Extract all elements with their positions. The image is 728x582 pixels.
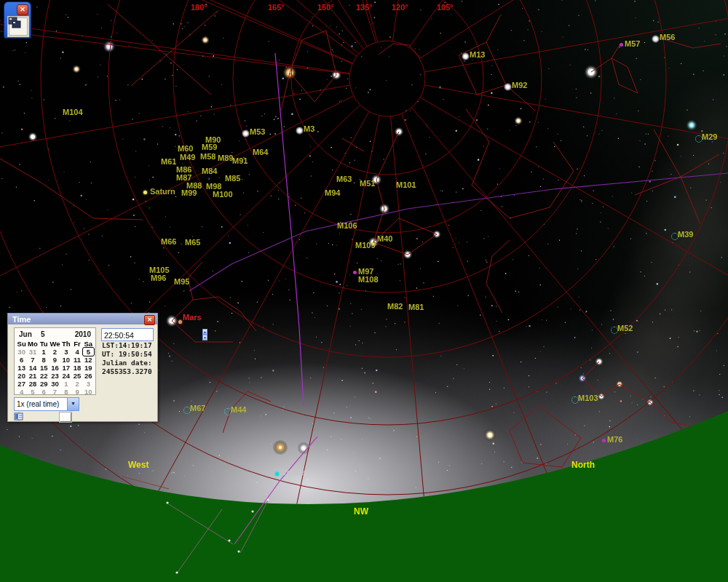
- calendar-date-cell[interactable]: 29: [39, 380, 50, 388]
- object-label-m106[interactable]: M106: [337, 221, 357, 230]
- object-label-m61[interactable]: M61: [161, 157, 176, 166]
- calendar-date-cell[interactable]: 9: [71, 388, 82, 396]
- calendar-date-cell[interactable]: 7: [50, 388, 60, 396]
- calendar-date-cell[interactable]: 10: [60, 356, 71, 364]
- calendar-date-cell[interactable]: 31: [27, 348, 38, 356]
- time-spinner[interactable]: ▲ ▼: [101, 328, 154, 341]
- planet-label-saturn[interactable]: Saturn: [150, 187, 175, 196]
- calendar-date-cell[interactable]: 24: [60, 372, 71, 380]
- object-label-m51[interactable]: M51: [360, 179, 375, 188]
- object-label-m56[interactable]: M56: [660, 33, 675, 41]
- object-label-m57[interactable]: M57: [625, 39, 640, 48]
- object-label-m104[interactable]: M104: [63, 108, 83, 116]
- object-label-m94[interactable]: M94: [325, 188, 340, 197]
- object-label-m76[interactable]: M76: [607, 435, 622, 444]
- object-label-m82[interactable]: M82: [387, 302, 403, 311]
- stop-button[interactable]: [60, 412, 71, 422]
- calendar-date-cell[interactable]: 6: [16, 356, 27, 364]
- calendar-date-cell[interactable]: 21: [27, 372, 38, 380]
- calendar-date-cell[interactable]: 27: [16, 380, 27, 388]
- object-label-m92[interactable]: M92: [512, 81, 527, 89]
- object-label-m58[interactable]: M58: [200, 152, 215, 161]
- calendar-date-cell[interactable]: 5: [83, 348, 94, 356]
- time-dialog[interactable]: Time ✕ Jun 5 2010 SuMoTuWeThFrSa30311234…: [7, 313, 158, 422]
- object-label-m66[interactable]: M66: [161, 237, 176, 246]
- panel-button[interactable]: [149, 413, 161, 422]
- calendar-date-cell[interactable]: 1: [60, 380, 71, 388]
- object-label-m81[interactable]: M81: [408, 303, 424, 311]
- calendar-month[interactable]: Jun: [19, 330, 41, 338]
- object-label-m40[interactable]: M40: [377, 234, 392, 243]
- object-label-m63[interactable]: M63: [336, 175, 352, 183]
- calendar-date-cell[interactable]: 3: [60, 348, 71, 356]
- calendar-date-cell[interactable]: 30: [50, 380, 60, 388]
- calendar-date-cell[interactable]: 8: [60, 388, 71, 396]
- object-label-m67[interactable]: M67: [190, 404, 205, 412]
- calendar-date-cell[interactable]: 20: [16, 372, 27, 380]
- calendar-date-cell[interactable]: 2: [50, 348, 60, 356]
- calendar-date-cell[interactable]: 11: [71, 356, 82, 364]
- calendar-date-cell[interactable]: 17: [60, 364, 71, 372]
- toolbar-icon-button[interactable]: [9, 17, 28, 36]
- object-label-m96[interactable]: M96: [151, 274, 166, 282]
- calendar-date-cell[interactable]: 19: [83, 364, 94, 372]
- calendar-date-cell[interactable]: 14: [27, 364, 38, 372]
- object-label-m44[interactable]: M44: [231, 405, 246, 414]
- object-label-m103[interactable]: M103: [578, 394, 598, 402]
- calendar-date-cell[interactable]: 18: [71, 364, 82, 372]
- time-spin-down-button[interactable]: ▼: [202, 335, 207, 340]
- object-label-m59[interactable]: M59: [202, 143, 217, 151]
- calendar-date-cell[interactable]: 28: [27, 380, 38, 388]
- calendar-date-cell[interactable]: 1: [39, 348, 50, 356]
- object-label-m109[interactable]: M109: [355, 241, 376, 250]
- calendar-date-cell[interactable]: 15: [39, 364, 50, 372]
- time-dialog-titlebar[interactable]: Time: [8, 314, 157, 324]
- calendar-date-cell[interactable]: 23: [50, 372, 60, 380]
- chevron-down-icon[interactable]: ▼: [67, 398, 79, 410]
- calendar-date-cell[interactable]: 4: [71, 348, 82, 356]
- calendar-date-cell[interactable]: 9: [50, 356, 60, 364]
- calendar-year[interactable]: 2010: [66, 330, 91, 338]
- set-now-button[interactable]: [112, 413, 124, 422]
- calendar-date-cell[interactable]: 26: [83, 372, 94, 380]
- object-label-m84[interactable]: M84: [202, 167, 217, 175]
- object-label-m60[interactable]: M60: [178, 144, 193, 153]
- rewind-button[interactable]: [29, 413, 41, 422]
- object-label-m89[interactable]: M89: [218, 154, 233, 162]
- calendar[interactable]: Jun 5 2010 SuMoTuWeThFrSa303112345678910…: [14, 327, 96, 395]
- object-label-m85[interactable]: M85: [225, 174, 240, 183]
- planet-label-venus[interactable]: Venus: [282, 468, 305, 477]
- calendar-date-cell[interactable]: 25: [71, 372, 82, 380]
- object-label-m108[interactable]: M108: [358, 275, 379, 284]
- calendar-date-cell[interactable]: 6: [39, 388, 50, 396]
- calendar-date-cell[interactable]: 3: [83, 380, 94, 388]
- object-label-m64[interactable]: M64: [253, 148, 268, 156]
- mini-close-button[interactable]: ✕: [17, 4, 28, 15]
- calendar-header[interactable]: Jun 5 2010: [16, 330, 94, 340]
- object-label-m95[interactable]: M95: [174, 277, 189, 286]
- calendar-date-cell[interactable]: 8: [39, 356, 50, 364]
- time-speed-dropdown[interactable]: 1x (real time) ▼: [14, 397, 79, 411]
- object-label-m39[interactable]: M39: [678, 230, 693, 239]
- fast-forward-button[interactable]: [90, 413, 102, 422]
- planet-label-mars[interactable]: Mars: [183, 313, 202, 322]
- calendar-date-cell[interactable]: 13: [16, 364, 27, 372]
- object-label-m29[interactable]: M29: [702, 132, 717, 141]
- play-button[interactable]: [75, 413, 87, 422]
- calendar-date-cell[interactable]: 2: [71, 380, 82, 388]
- object-label-m49[interactable]: M49: [180, 153, 195, 162]
- object-label-m100[interactable]: M100: [213, 190, 233, 199]
- time-dialog-close-button[interactable]: ✕: [144, 315, 155, 325]
- mini-toolbar-window[interactable]: ✕: [4, 2, 31, 38]
- time-input[interactable]: [102, 329, 202, 340]
- calendar-day[interactable]: 5: [41, 330, 66, 338]
- time-spin-up-button[interactable]: ▲: [202, 329, 207, 335]
- clock-button[interactable]: [127, 413, 139, 422]
- step-back-button[interactable]: [44, 413, 56, 422]
- object-label-m53[interactable]: M53: [250, 127, 265, 136]
- object-label-m65[interactable]: M65: [185, 238, 200, 247]
- object-label-m52[interactable]: M52: [617, 324, 633, 332]
- object-label-m99[interactable]: M99: [181, 188, 197, 197]
- calendar-date-cell[interactable]: 22: [39, 372, 50, 380]
- calendar-date-cell[interactable]: 12: [83, 356, 94, 364]
